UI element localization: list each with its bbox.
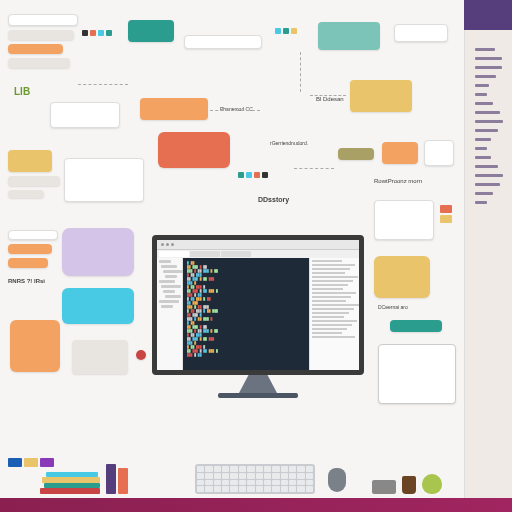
node-label: Phanemod CC	[220, 106, 253, 112]
editor-tab[interactable]	[159, 251, 189, 257]
node-box	[8, 58, 70, 68]
node-pill	[338, 148, 374, 160]
ruler-lines	[475, 48, 504, 210]
node-box	[8, 44, 63, 54]
monitor-base	[218, 393, 298, 398]
editor-tab[interactable]	[221, 251, 251, 257]
desk-accessories	[362, 454, 452, 494]
cup-icon	[402, 476, 416, 494]
node-panel	[64, 158, 144, 202]
node-box	[8, 150, 52, 172]
connector-line	[300, 52, 301, 92]
editor-tabs	[157, 250, 359, 258]
card-icon	[40, 458, 54, 467]
node-box	[8, 30, 74, 40]
traffic-light-icon	[161, 243, 164, 246]
connector-line	[78, 84, 128, 85]
text-label: RNRS ?! IRsi	[8, 278, 45, 284]
book-stack	[40, 456, 140, 494]
dot-marker	[136, 350, 146, 360]
connector-line	[310, 95, 346, 96]
desktop-monitor: █ ██ ██ ███ █ ██ ███ █ ██ ███ █ ██ █ ██ …	[152, 235, 364, 405]
node-box	[8, 258, 48, 268]
icon-cluster	[440, 205, 456, 223]
node-panel	[374, 256, 430, 298]
node-panel	[10, 320, 60, 372]
code-pane[interactable]: █ ██ ██ ███ █ ██ ███ █ ██ ███ █ ██ █ ██ …	[183, 258, 309, 370]
icon-cluster	[275, 28, 305, 34]
code-editor-app: █ ██ ██ ███ █ ██ ███ █ ██ ███ █ ██ █ ██ …	[157, 240, 359, 370]
text-label: RowtProonz morn	[374, 178, 422, 184]
device-icon	[372, 480, 396, 494]
node-panel	[62, 228, 134, 276]
node-box	[394, 24, 448, 42]
file-tree-panel[interactable]	[157, 258, 183, 370]
node-box	[8, 190, 44, 198]
connector-line	[294, 168, 334, 169]
card-icon	[24, 458, 38, 467]
node-box	[350, 80, 412, 112]
footer-bar	[0, 498, 512, 512]
document-panel	[378, 344, 456, 404]
card-icon	[8, 458, 22, 467]
monitor-screen: █ ██ ██ ███ █ ██ ███ █ ██ ███ █ ██ █ ██ …	[152, 235, 364, 375]
text-label: DCeernai aro	[378, 304, 408, 310]
node-label: rGerriendnudord.	[270, 140, 308, 146]
node-pill	[390, 320, 442, 332]
node-box	[8, 244, 52, 254]
dds-label: DDsstory	[258, 196, 289, 203]
editor-body: █ ██ ██ ███ █ ██ ███ █ ██ ███ █ ██ █ ██ …	[157, 258, 359, 370]
node-box	[128, 20, 174, 42]
window-chrome	[157, 240, 359, 250]
node-box	[318, 22, 380, 50]
node-box	[424, 140, 454, 166]
connector-line	[210, 110, 260, 111]
editor-tab[interactable]	[190, 251, 220, 257]
icon-cluster	[238, 172, 278, 178]
docs-preview-pane[interactable]	[309, 258, 359, 370]
node-highlight	[158, 132, 230, 168]
node-pill	[140, 98, 208, 120]
node-box	[8, 176, 60, 186]
node-box	[8, 230, 58, 240]
node-box	[8, 14, 78, 26]
node-box	[184, 35, 262, 49]
node-box	[382, 142, 418, 164]
icon-cluster	[82, 30, 122, 36]
traffic-light-icon	[171, 243, 174, 246]
node-panel	[72, 340, 128, 374]
mouse-icon	[328, 468, 346, 492]
lib-label: LIB	[14, 86, 30, 97]
right-ruler-panel	[464, 0, 512, 512]
corner-accent	[464, 0, 512, 30]
plant-icon	[422, 474, 442, 494]
infographic-canvas: LIB Phanemod CC Bl Ddesan rGerriendnudor…	[0, 0, 512, 512]
bld-label: Bl Ddesan	[316, 96, 344, 102]
keyboard	[195, 464, 315, 494]
traffic-light-icon	[166, 243, 169, 246]
card-icons	[8, 458, 54, 467]
node-panel	[374, 200, 434, 240]
node-panel	[62, 288, 134, 324]
node-box	[50, 102, 120, 128]
monitor-stand	[239, 375, 277, 393]
